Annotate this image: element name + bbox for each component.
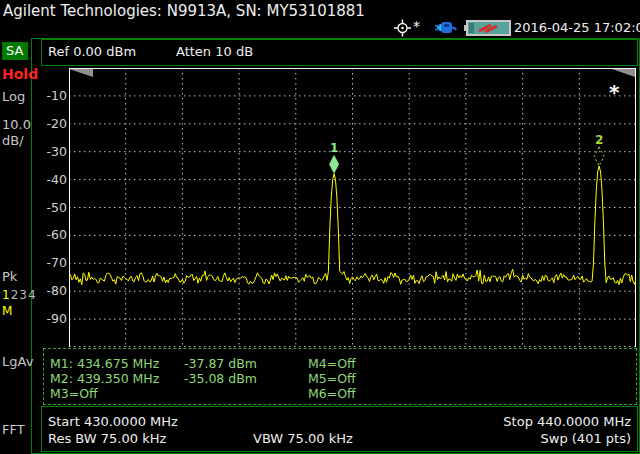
date-time: 2016-04-25 17:02:04 (514, 20, 640, 35)
y-axis-tick-label: -10 (38, 88, 67, 103)
marker1-freq: M1: 434.675 MHz (50, 356, 159, 371)
y-axis-tick-label: -50 (38, 200, 67, 215)
y-axis-tick-label: -90 (38, 311, 67, 326)
trace-3: 3 (19, 288, 28, 302)
graticule-grid (69, 68, 636, 347)
mode-badge: SA (2, 42, 28, 60)
marker-table-row: M3=Off M6=Off (44, 386, 636, 400)
marker-2-label: 2 (595, 133, 603, 147)
marker-table: M1: 434.675 MHz -37.87 dBm M4=Off M2: 43… (43, 348, 637, 405)
marker4-state: M4=Off (308, 356, 356, 371)
marker5-state: M5=Off (308, 371, 356, 386)
start-frequency: Start 430.0000 MHz (48, 414, 178, 429)
title-bar: Agilent Technologies: N9913A, SN: MY5310… (0, 0, 640, 38)
marker-1-diamond (329, 155, 339, 174)
marker-table-row: M1: 434.675 MHz -37.87 dBm M4=Off (44, 356, 636, 370)
fieldfox-spectrum-analyzer-screen: Agilent Technologies: N9913A, SN: MY5310… (0, 0, 640, 454)
marker-1-label: 1 (330, 141, 338, 155)
trace-4: 4 (28, 288, 37, 302)
sweep-annotation-bar: Start 430.0000 MHz Stop 440.0000 MHz Res… (41, 406, 638, 452)
scale-per-div-unit: dB/ (2, 133, 24, 148)
gps-position-icon (393, 19, 412, 37)
average-type-label: LgAv (2, 354, 33, 369)
marker2-ampl: -35.08 dBm (184, 371, 257, 386)
attenuation-label: Atten 10 dB (176, 44, 253, 59)
battery-charging-icon (463, 19, 512, 37)
sweep-hold-indicator: Hold (2, 66, 38, 82)
stop-frequency: Stop 440.0000 MHz (503, 414, 631, 429)
marker-table-row: M2: 439.350 MHz -35.08 dBm M5=Off (44, 371, 636, 385)
reference-attenuation-bar: Ref 0.00 dBm Atten 10 dB (41, 39, 638, 66)
marker3-state: M3=Off (50, 386, 98, 401)
resolution-bandwidth: Res BW 75.00 kHz (48, 431, 166, 446)
marker2-freq: M2: 439.350 MHz (50, 371, 159, 386)
marker6-state: M6=Off (308, 386, 356, 401)
y-axis-tick-label: -30 (38, 144, 67, 159)
left-annotation-column: SA Hold Log 10.0 dB/ Pk 1234 M LgAv FFT (0, 38, 31, 454)
ac-power-plug-icon (434, 19, 458, 36)
video-bandwidth: VBW 75.00 kHz (253, 431, 353, 446)
y-axis-tick-label: -80 (38, 283, 67, 298)
scale-type-label: Log (2, 89, 25, 104)
y-axis-tick-label: -40 (38, 172, 67, 187)
fft-label: FFT (2, 422, 25, 437)
y-axis-tick-label: -60 (38, 227, 67, 242)
y-axis-tick-label: -20 (38, 116, 67, 131)
detector-label: Pk (2, 269, 17, 284)
instrument-title: Agilent Technologies: N9913A, SN: MY5310… (3, 2, 365, 20)
markers: 12 (329, 133, 604, 174)
trace-mode-indicator: M (2, 304, 12, 318)
trace-1-active: 1 (2, 288, 11, 302)
corner-wedge-right (612, 69, 635, 77)
gps-status-asterisk: * (413, 18, 420, 34)
status-icon-row: * 2016-04-25 17:02:04 (390, 19, 640, 37)
spectrum-plot: 12 * (69, 68, 636, 347)
uncal-asterisk: * (609, 80, 620, 104)
sweep-points: Swp (401 pts) (541, 431, 631, 446)
y-axis-tick-label: -70 (38, 255, 67, 270)
corner-wedge-left (69, 69, 93, 77)
marker1-ampl: -37.87 dBm (184, 356, 257, 371)
ref-level-label: Ref 0.00 dBm (48, 44, 136, 59)
scale-per-div-value: 10.0 (2, 117, 31, 132)
marker-2-diamond (594, 147, 604, 166)
trace-number-list: 1234 (2, 288, 37, 302)
trace-2: 2 (11, 288, 20, 302)
